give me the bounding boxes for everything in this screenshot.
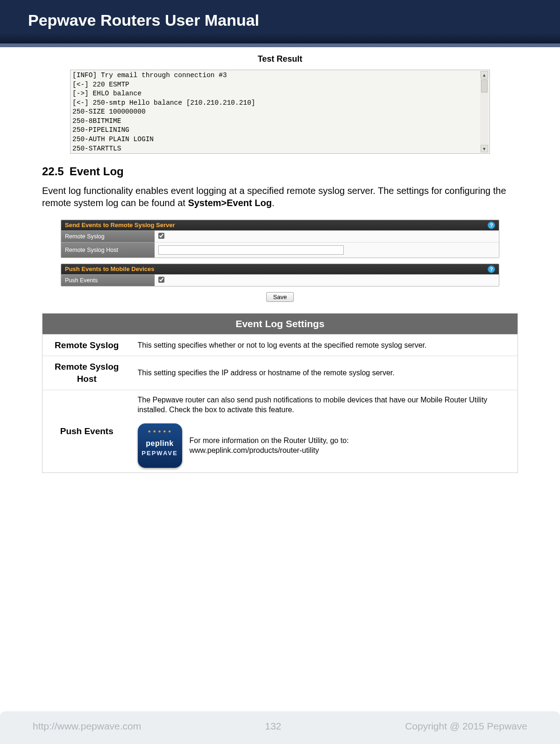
scrollbar-vertical[interactable]: ▴ ▾ bbox=[480, 71, 489, 152]
push-events-more-line1: For more information on the Router Utili… bbox=[190, 436, 349, 446]
cell-label-remote-syslog-host: Remote Syslog Host bbox=[43, 356, 131, 390]
label-remote-syslog: Remote Syslog bbox=[61, 230, 155, 242]
row-remote-syslog-host: Remote Syslog Host bbox=[61, 242, 499, 258]
test-result-log: [INFO] Try email through connection #3 [… bbox=[71, 70, 489, 154]
page-header: Pepwave Routers User Manual bbox=[0, 0, 560, 45]
scroll-thumb[interactable] bbox=[481, 79, 488, 93]
field-remote-syslog bbox=[155, 230, 499, 242]
section-heading: 22.5Event Log bbox=[42, 165, 518, 178]
push-events-desc: The Pepwave router can also send push no… bbox=[138, 395, 511, 415]
table-row: Push Events The Pepwave router can also … bbox=[43, 390, 518, 472]
section-number: 22.5 bbox=[42, 165, 64, 178]
panel-title-push: Push Events to Mobile Devices ? bbox=[61, 264, 499, 274]
cell-desc-remote-syslog-host: This setting specifies the IP address or… bbox=[131, 356, 518, 390]
settings-table-title: Event Log Settings bbox=[43, 313, 518, 334]
test-result-box: [INFO] Try email through connection #3 [… bbox=[70, 70, 490, 154]
app-icon-brand1: peplink bbox=[146, 438, 174, 449]
scroll-down-icon[interactable]: ▾ bbox=[481, 145, 488, 152]
push-events-more: For more information on the Router Utili… bbox=[190, 436, 349, 456]
row-push-events: Push Events bbox=[61, 274, 499, 286]
cell-desc-remote-syslog: This setting specifies whether or not to… bbox=[131, 334, 518, 356]
panel-title-syslog: Send Events to Remote Syslog Server ? bbox=[61, 220, 499, 230]
test-result-heading: Test Result bbox=[42, 54, 518, 64]
input-remote-syslog-host[interactable] bbox=[158, 245, 344, 255]
field-push-events bbox=[155, 274, 499, 286]
row-remote-syslog: Remote Syslog bbox=[61, 230, 499, 242]
footer-copyright: Copyright @ 2015 Pepwave bbox=[405, 721, 527, 732]
app-icon-dots: ● ● ● ● ● bbox=[148, 428, 171, 435]
panel-title-syslog-text: Send Events to Remote Syslog Server bbox=[65, 222, 175, 229]
save-row: Save bbox=[42, 292, 518, 302]
section-title: Event Log bbox=[70, 165, 124, 178]
page-footer: http://www.pepwave.com 132 Copyright @ 2… bbox=[0, 711, 560, 744]
section-paragraph: Event log functionality enables event lo… bbox=[42, 185, 518, 209]
paragraph-post: . bbox=[272, 198, 275, 208]
panel-title-push-text: Push Events to Mobile Devices bbox=[65, 265, 154, 272]
scroll-up-icon[interactable]: ▴ bbox=[481, 71, 488, 79]
content-area: Test Result [INFO] Try email through con… bbox=[0, 45, 560, 473]
config-panel-push: Push Events to Mobile Devices ? Push Eve… bbox=[61, 264, 499, 286]
table-row: Remote Syslog Host This setting specifie… bbox=[43, 356, 518, 390]
help-icon[interactable]: ? bbox=[488, 265, 495, 273]
table-row: Remote Syslog This setting specifies whe… bbox=[43, 334, 518, 356]
checkbox-push-events[interactable] bbox=[158, 277, 164, 283]
footer-url: http://www.pepwave.com bbox=[33, 721, 141, 732]
scroll-track[interactable] bbox=[481, 79, 488, 145]
router-utility-app-icon: ● ● ● ● ● peplink PEPWAVE bbox=[138, 423, 182, 468]
label-push-events: Push Events bbox=[61, 274, 155, 286]
cell-label-remote-syslog: Remote Syslog bbox=[43, 334, 131, 356]
push-events-more-line2: www.peplink.com/products/router-utility bbox=[190, 445, 349, 456]
event-log-settings-table: Event Log Settings Remote Syslog This se… bbox=[42, 313, 518, 473]
footer-page-number: 132 bbox=[265, 721, 281, 732]
field-remote-syslog-host bbox=[155, 242, 499, 258]
cell-desc-push-events: The Pepwave router can also send push no… bbox=[131, 390, 518, 472]
checkbox-remote-syslog[interactable] bbox=[158, 233, 164, 239]
app-icon-brand2: PEPWAVE bbox=[142, 449, 177, 458]
page-title: Pepwave Routers User Manual bbox=[28, 11, 259, 29]
cell-label-push-events: Push Events bbox=[43, 390, 131, 472]
label-remote-syslog-host: Remote Syslog Host bbox=[61, 242, 155, 258]
config-panel-syslog: Send Events to Remote Syslog Server ? Re… bbox=[61, 220, 499, 258]
save-button[interactable]: Save bbox=[266, 292, 294, 302]
paragraph-bold: System>Event Log bbox=[188, 198, 272, 208]
help-icon[interactable]: ? bbox=[488, 222, 495, 229]
